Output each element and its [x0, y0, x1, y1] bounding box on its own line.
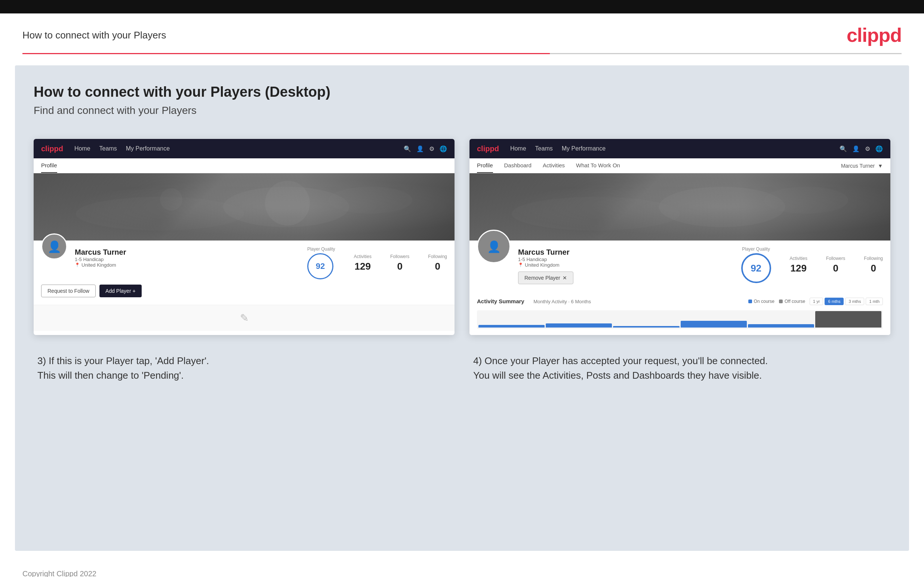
filter-buttons: 1 yr 6 mths 3 mths 1 mth	[809, 298, 883, 305]
following-stat-1: Following 0	[428, 254, 447, 272]
request-to-follow-button[interactable]: Request to Follow	[41, 285, 96, 297]
app-nav-links-2: Home Teams My Performance	[510, 145, 840, 152]
add-player-button[interactable]: Add Player +	[99, 285, 142, 297]
nav-myperformance-1[interactable]: My Performance	[126, 145, 170, 152]
caption-line-1: 3) If this is your Player tap, 'Add Play…	[37, 355, 209, 366]
app-navbar-2: clippd Home Teams My Performance 🔍 👤 ⚙ 🌐	[470, 139, 890, 158]
activity-title: Activity Summary	[477, 298, 524, 305]
remove-player-x-icon: ✕	[562, 275, 567, 281]
nav-home-2[interactable]: Home	[510, 145, 526, 152]
caption-line-3: 4) Once your Player has accepted your re…	[473, 355, 768, 366]
quality-label-2: Player Quality	[741, 247, 771, 252]
app-tabbar-1: Profile	[34, 158, 454, 173]
filter-1mth[interactable]: 1 mth	[866, 298, 883, 305]
user-icon-2[interactable]: 👤	[852, 145, 860, 152]
player-location-2: 📍 United Kingdom	[518, 262, 734, 268]
svg-point-1	[76, 197, 244, 230]
profile-row-1: 👤 Marcus Turner 1-5 Handicap 📍 United Ki…	[41, 247, 447, 279]
tab-profile-2[interactable]: Profile	[477, 158, 493, 173]
nav-teams-2[interactable]: Teams	[535, 145, 553, 152]
settings-icon-2[interactable]: ⚙	[865, 145, 870, 152]
following-value-2: 0	[864, 263, 883, 274]
tab-activities-2[interactable]: Activities	[543, 158, 565, 173]
location-icon-1: 📍	[75, 263, 80, 268]
oncourse-dot	[748, 300, 752, 303]
activities-value-2: 129	[790, 263, 808, 274]
globe-icon-1[interactable]: 🌐	[439, 145, 447, 152]
svg-point-4	[512, 197, 680, 230]
quality-stat-2: Player Quality 92	[741, 247, 771, 283]
player-name-2: Marcus Turner	[518, 248, 734, 256]
captions-row: 3) If this is your Player tap, 'Add Play…	[34, 354, 890, 383]
profile-details-1: Marcus Turner 1-5 Handicap 📍 United King…	[75, 247, 300, 268]
activity-summary: Activity Summary Monthly Activity · 6 Mo…	[470, 292, 890, 335]
app-logo-2: clippd	[477, 145, 499, 153]
globe-icon-2[interactable]: 🌐	[876, 145, 883, 152]
app-logo-1: clippd	[41, 145, 63, 153]
quality-circle-2: 92	[741, 253, 771, 283]
player-handicap-2: 1-5 Handicap	[518, 256, 734, 262]
following-label-1: Following	[428, 254, 447, 259]
followers-value-2: 0	[826, 263, 845, 274]
nav-myperformance-2[interactable]: My Performance	[562, 145, 606, 152]
app-nav-icons-2: 🔍 👤 ⚙ 🌐	[840, 145, 883, 152]
avatar-2: 👤	[477, 230, 510, 263]
chart-bar-2	[546, 324, 612, 328]
activity-filters: On course Off course 1 yr 6 mths 3 mths …	[748, 298, 883, 305]
tab-username: Marcus Turner	[841, 163, 875, 169]
avatar-icon-2: 👤	[487, 240, 501, 253]
clippd-logo: clippd	[846, 24, 901, 46]
profile-details-2: Marcus Turner 1-5 Handicap 📍 United King…	[518, 247, 734, 284]
user-icon-1[interactable]: 👤	[417, 145, 424, 152]
oncourse-label: On course	[754, 299, 774, 304]
avatar-1: 👤	[41, 234, 67, 259]
activities-label-1: Activities	[354, 254, 372, 259]
settings-icon-1[interactable]: ⚙	[429, 145, 435, 152]
chart-bar-1	[478, 325, 544, 327]
filter-1yr[interactable]: 1 yr	[809, 298, 823, 305]
scroll-icon-1: ✎	[240, 312, 249, 324]
remove-player-button[interactable]: Remove Player ✕	[518, 271, 573, 284]
remove-player-container: Remove Player ✕	[518, 271, 734, 284]
followers-stat-1: Followers 0	[390, 254, 409, 272]
svg-point-2	[328, 187, 412, 214]
app-nav-links-1: Home Teams My Performance	[74, 145, 404, 152]
tab-whattoworkon-2[interactable]: What To Work On	[576, 158, 620, 173]
tab-profile-1[interactable]: Profile	[41, 158, 57, 173]
legend-offcourse: Off course	[779, 299, 805, 304]
content-subtitle: Find and connect with your Players	[34, 105, 890, 116]
nav-home-1[interactable]: Home	[74, 145, 90, 152]
followers-stat-2: Followers 0	[826, 256, 845, 274]
filter-6mths[interactable]: 6 mths	[825, 298, 844, 305]
page-footer: Copyright Clippd 2022	[0, 562, 924, 577]
followers-value-1: 0	[390, 261, 409, 272]
search-icon-2[interactable]: 🔍	[840, 145, 847, 152]
chart-bar-4	[681, 321, 747, 327]
player-name-1: Marcus Turner	[75, 248, 300, 256]
following-value-1: 0	[428, 261, 447, 272]
caption-line-2: This will then change to 'Pending'.	[37, 370, 184, 381]
avatar-icon-1: 👤	[47, 240, 61, 253]
caption-text-2: 4) Once your Player has accepted your re…	[473, 354, 887, 383]
nav-teams-1[interactable]: Teams	[99, 145, 117, 152]
activity-header: Activity Summary Monthly Activity · 6 Mo…	[477, 298, 883, 305]
profile-info-2: 👤 Marcus Turner 1-5 Handicap 📍 United Ki…	[470, 240, 890, 292]
search-icon-1[interactable]: 🔍	[404, 145, 411, 152]
caption-text-1: 3) If this is your Player tap, 'Add Play…	[37, 354, 451, 383]
main-content: How to connect with your Players (Deskto…	[15, 65, 909, 551]
svg-point-3	[659, 187, 785, 227]
chart-bar-5	[748, 324, 814, 327]
profile-stats-1: Player Quality 92 Activities 129 Followe…	[307, 247, 447, 279]
followers-label-2: Followers	[826, 256, 845, 261]
banner-svg-2	[470, 173, 890, 240]
scroll-area-1: ✎	[34, 305, 454, 331]
page-header: How to connect with your Players clippd	[0, 13, 924, 53]
tab-dashboard-2[interactable]: Dashboard	[504, 158, 531, 173]
following-label-2: Following	[864, 256, 883, 261]
caption-line-4: You will see the Activities, Posts and D…	[473, 370, 762, 381]
followers-label-1: Followers	[390, 254, 409, 259]
filter-3mths[interactable]: 3 mths	[845, 298, 864, 305]
tab-user-dropdown[interactable]: Marcus Turner ▼	[841, 158, 883, 173]
svg-point-0	[223, 187, 349, 227]
header-divider	[23, 53, 901, 54]
